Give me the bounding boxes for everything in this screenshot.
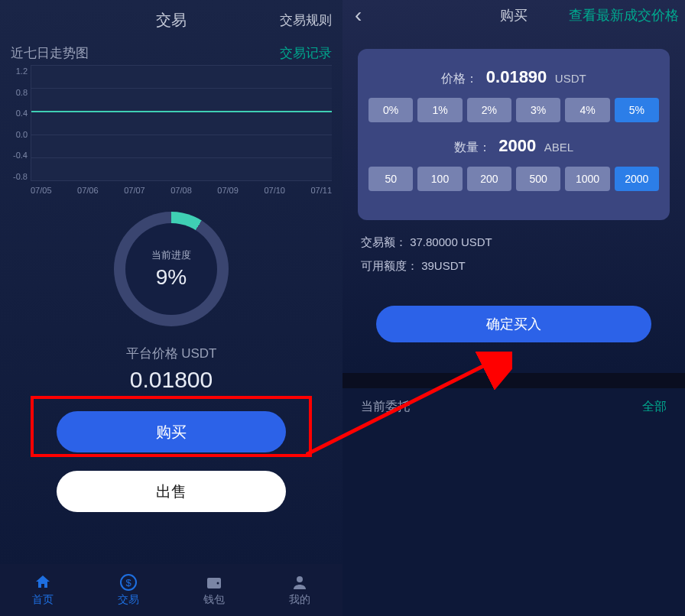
y-tick: 0.8: [16, 88, 28, 97]
confirm-buy-button[interactable]: 确定买入: [376, 306, 651, 342]
nav-item-home[interactable]: 首页: [0, 564, 86, 616]
quantity-option[interactable]: 100: [417, 167, 462, 191]
x-tick: 07/05: [31, 186, 52, 195]
trade-rules-link[interactable]: 交易规则: [280, 11, 332, 29]
y-tick: 0.4: [16, 109, 28, 118]
svg-point-4: [297, 576, 303, 582]
wallet-icon: [203, 573, 225, 592]
nav-label: 首页: [32, 593, 54, 607]
price-input-label: 价格：: [441, 72, 478, 85]
qty-input-label: 数量：: [454, 141, 491, 154]
progress-label: 当前进度: [151, 248, 191, 262]
profile-icon: [289, 573, 310, 592]
quantity-option[interactable]: 500: [516, 167, 560, 191]
quantity-option[interactable]: 2000: [615, 167, 659, 191]
percentage-option[interactable]: 4%: [565, 98, 609, 122]
svg-point-3: [217, 582, 219, 585]
nav-label: 我的: [289, 593, 310, 607]
price-value: 0.01800: [0, 367, 342, 393]
svg-text:$: $: [125, 577, 131, 588]
buy-title: 购买: [500, 6, 528, 24]
progress-donut: 当前进度 9%: [114, 212, 229, 326]
available-value: 39USDT: [421, 259, 466, 272]
percentage-option[interactable]: 5%: [615, 98, 659, 122]
percentage-option[interactable]: 2%: [467, 98, 511, 122]
sell-button[interactable]: 出售: [57, 471, 286, 512]
progress-value: 9%: [151, 265, 191, 290]
quantity-option[interactable]: 1000: [565, 167, 609, 191]
qty-input-unit: ABEL: [544, 141, 573, 154]
chart-title: 近七日走势图: [11, 44, 89, 62]
price-input-unit: USDT: [555, 72, 586, 85]
percentage-option[interactable]: 1%: [417, 98, 462, 122]
x-tick: 07/06: [77, 186, 99, 195]
trade-amount-value: 37.80000 USDT: [410, 235, 492, 248]
nav-item-wallet[interactable]: 钱包: [171, 564, 257, 616]
buy-card: 价格： 0.01890 USDT 0%1%2%3%4%5% 数量： 2000 A…: [358, 49, 670, 220]
current-orders-label: 当前委托: [361, 399, 410, 415]
home-icon: [32, 573, 54, 592]
y-tick: -0.8: [13, 172, 28, 181]
percentage-option[interactable]: 0%: [368, 98, 413, 122]
trade-records-link[interactable]: 交易记录: [280, 44, 332, 62]
buy-button[interactable]: 购买: [57, 411, 286, 452]
chart-data-line: [31, 111, 332, 112]
y-tick: 1.2: [16, 66, 28, 76]
latest-price-link[interactable]: 查看最新成交价格: [569, 6, 679, 24]
percentage-option[interactable]: 3%: [516, 98, 560, 122]
quantity-option[interactable]: 200: [467, 167, 511, 191]
y-tick: -0.4: [13, 151, 28, 160]
nav-item-trade[interactable]: $交易: [86, 564, 171, 616]
qty-input-value: 2000: [498, 136, 536, 155]
back-icon[interactable]: ‹: [355, 3, 362, 28]
y-tick: 0.0: [16, 130, 28, 139]
x-tick: 07/10: [264, 186, 285, 195]
price-input-value: 0.01890: [486, 67, 547, 86]
nav-label: 钱包: [203, 593, 225, 607]
available-label: 可用额度：: [361, 259, 418, 272]
x-tick: 07/07: [124, 186, 145, 195]
trade-amount-label: 交易额：: [361, 235, 407, 248]
nav-item-profile[interactable]: 我的: [257, 564, 342, 616]
trend-chart: 1.20.80.40.0-0.4-0.8 07/0507/0607/0707/0…: [0, 63, 342, 198]
trade-icon: $: [118, 573, 139, 592]
page-title: 交易: [156, 10, 187, 31]
all-orders-link[interactable]: 全部: [642, 399, 667, 415]
x-tick: 07/11: [310, 186, 332, 195]
x-tick: 07/08: [170, 186, 192, 195]
nav-label: 交易: [118, 593, 139, 607]
price-label: 平台价格 USDT: [0, 345, 342, 362]
x-tick: 07/09: [217, 186, 239, 195]
quantity-option[interactable]: 50: [368, 167, 413, 191]
